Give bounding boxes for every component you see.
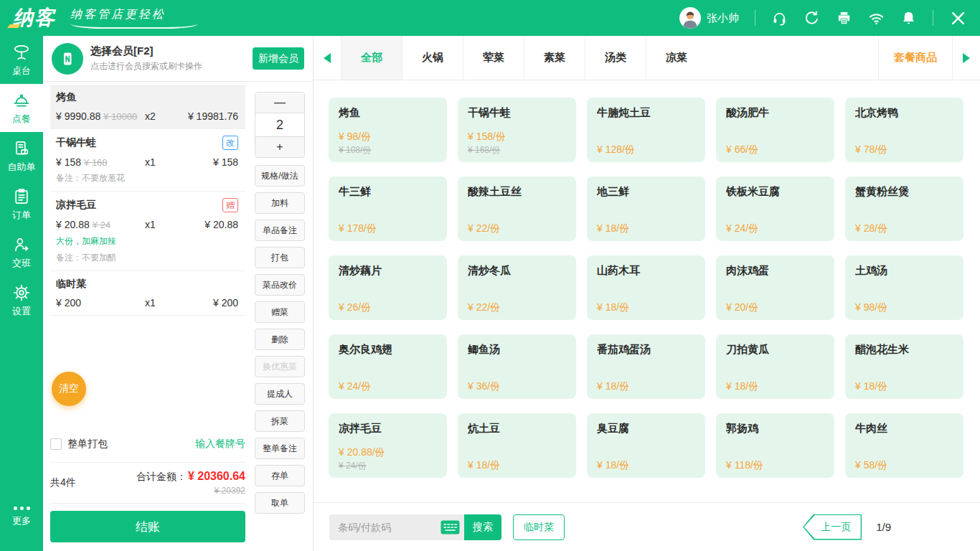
- dish-card[interactable]: 干锅牛蛙 ¥ 158/份¥ 168/份: [458, 98, 576, 162]
- dish-card[interactable]: 鲫鱼汤 ¥ 36/份: [458, 334, 576, 399]
- order-item[interactable]: 临时菜 ¥ 200 x1 ¥ 200: [50, 271, 245, 316]
- shift-person-icon: [12, 235, 31, 254]
- dish-card[interactable]: 臭豆腐 ¥ 18/份: [587, 413, 705, 478]
- tabs-scroll-right[interactable]: [953, 36, 980, 80]
- dish-card[interactable]: 肉沫鸡蛋 ¥ 20/份: [716, 255, 834, 320]
- total-original-amount: ¥ 20392: [136, 486, 245, 496]
- sidebar-item-self-order[interactable]: 自助单: [0, 132, 43, 180]
- pack-whole-order-checkbox[interactable]: [50, 438, 62, 450]
- enter-table-number-link[interactable]: 输入餐牌号: [195, 438, 245, 451]
- dish-card[interactable]: 奥尔良鸡翅 ¥ 24/份: [329, 334, 447, 399]
- order-item[interactable]: 干锅牛蛙 改 ¥ 158¥ 168 x1 ¥ 158 备注：不要放葱花: [50, 129, 245, 192]
- save-order-button[interactable]: 存单: [255, 465, 305, 486]
- tab-hotpot[interactable]: 火锅: [402, 36, 463, 80]
- top-bar: 纳客 纳客管店更轻松 张小帅: [0, 0, 980, 36]
- temp-dish-button[interactable]: 临时菜: [513, 514, 565, 540]
- whole-order-note-button[interactable]: 整单备注: [255, 438, 305, 459]
- item-actions: — 2 + 规格/做法 加料 单品备注 打包 菜品改价 赠菜 删除 换优惠菜 提…: [255, 92, 305, 514]
- gift-dish-button[interactable]: 赠菜: [255, 301, 305, 323]
- total-label: 合计金额：: [136, 471, 187, 482]
- split-dish-button[interactable]: 拆菜: [255, 410, 305, 432]
- page-indicator: 1/9: [876, 521, 891, 533]
- dish-card[interactable]: 酸汤肥牛 ¥ 66/份: [716, 98, 834, 162]
- slogan: 纳客管店更轻松: [70, 7, 198, 29]
- sidebar-item-settings[interactable]: 设置: [0, 276, 43, 324]
- search-button[interactable]: 搜索: [464, 514, 501, 540]
- category-tabbar: 全部 火锅 荤菜 素菜 汤类 凉菜 套餐商品: [314, 36, 980, 80]
- qty-minus-button[interactable]: —: [255, 93, 304, 113]
- member-card-icon: [52, 43, 83, 75]
- spec-method-button[interactable]: 规格/做法: [255, 165, 305, 187]
- tab-soup[interactable]: 汤类: [585, 36, 646, 80]
- dish-card[interactable]: 清炒冬瓜 ¥ 22/份: [458, 255, 576, 320]
- barcode-search: 搜索: [329, 514, 501, 540]
- dish-card[interactable]: 地三鲜 ¥ 18/份: [587, 176, 705, 241]
- order-item-spec: 大份，加麻加辣: [56, 235, 238, 248]
- dish-card[interactable]: 烤鱼 ¥ 98/份¥ 108/份: [329, 98, 447, 162]
- order-item[interactable]: 烤鱼 ¥ 9990.88¥ 10000 x2 ¥ 19981.76: [50, 85, 245, 129]
- change-price-button[interactable]: 菜品改价: [255, 274, 305, 296]
- dish-card[interactable]: 酸辣土豆丝 ¥ 22/份: [458, 176, 576, 241]
- prev-page-button[interactable]: 上一页: [803, 514, 862, 540]
- tab-combo[interactable]: 套餐商品: [878, 36, 953, 80]
- dish-card[interactable]: 刀拍黄瓜 ¥ 18/份: [716, 334, 834, 399]
- sidebar-item-shift[interactable]: 交班: [0, 228, 43, 276]
- tab-all[interactable]: 全部: [341, 36, 402, 80]
- total-amount: ¥ 20360.64: [188, 470, 245, 482]
- printer-icon[interactable]: [836, 10, 852, 27]
- order-list: 烤鱼 ¥ 9990.88¥ 10000 x2 ¥ 19981.76 干锅牛蛙 改…: [50, 85, 245, 316]
- order-item-note: 备注：不要放葱花: [56, 172, 238, 184]
- wifi-icon[interactable]: [868, 10, 885, 27]
- add-member-button[interactable]: 新增会员: [253, 47, 304, 70]
- delete-button[interactable]: 删除: [255, 329, 305, 350]
- sidebar-item-more[interactable]: 更多: [0, 493, 43, 541]
- checkout-button[interactable]: 结账: [50, 511, 245, 542]
- bell-icon[interactable]: [900, 10, 917, 27]
- user-account[interactable]: 张小帅: [679, 7, 739, 29]
- dish-card[interactable]: 铁板米豆腐 ¥ 24/份: [716, 176, 834, 241]
- dish-card[interactable]: 牛三鲜 ¥ 178/份: [329, 176, 447, 241]
- pack-button[interactable]: 打包: [255, 247, 305, 268]
- dish-card[interactable]: 蟹黄粉丝煲 ¥ 28/份: [845, 176, 963, 241]
- sidebar-item-ordering[interactable]: 点餐: [0, 84, 43, 132]
- dish-card[interactable]: 清炒藕片 ¥ 26/份: [329, 255, 447, 320]
- member-title: 选择会员[F2]: [90, 44, 253, 58]
- sync-icon[interactable]: [804, 10, 820, 27]
- qty-plus-button[interactable]: +: [255, 137, 304, 157]
- bottom-bar: 搜索 临时菜 上一页 1/9 下一页: [314, 502, 980, 551]
- dish-card[interactable]: 炕土豆 ¥ 18/份: [458, 413, 576, 478]
- dish-card[interactable]: 牛肉丝 ¥ 58/份: [845, 413, 963, 478]
- sidebar-item-tables[interactable]: 桌台: [0, 36, 43, 84]
- retrieve-order-button[interactable]: 取单: [255, 492, 305, 514]
- item-note-button[interactable]: 单品备注: [255, 220, 305, 241]
- member-select[interactable]: 选择会员[F2] 点击进行会员搜索或刷卡操作 新增会员: [43, 36, 313, 82]
- order-item[interactable]: 凉拌毛豆 赠 ¥ 20.88¥ 24 x1 ¥ 20.88 大份，加麻加辣 备注…: [50, 192, 245, 271]
- clear-order-button[interactable]: 清空: [52, 372, 86, 406]
- gift-badge[interactable]: 赠: [222, 198, 238, 212]
- sidebar: 桌台 点餐 自助单 订单 交班: [0, 36, 43, 551]
- support-icon[interactable]: [771, 10, 788, 27]
- quantity-stepper: — 2 +: [255, 92, 305, 158]
- more-dots-icon: [14, 507, 30, 510]
- tab-meat[interactable]: 荤菜: [463, 36, 524, 80]
- dish-card[interactable]: 牛腩炖土豆 ¥ 128/份: [587, 98, 705, 162]
- close-icon[interactable]: [949, 9, 967, 27]
- modified-badge[interactable]: 改: [222, 136, 238, 150]
- left-arrow-icon: [324, 53, 331, 63]
- dish-card[interactable]: 番茄鸡蛋汤 ¥ 18/份: [587, 334, 705, 399]
- table-icon: [12, 43, 31, 62]
- dish-card[interactable]: 凉拌毛豆 ¥ 20.88/份¥ 24/份: [329, 413, 447, 478]
- tabs-scroll-left[interactable]: [314, 36, 341, 80]
- tab-cold[interactable]: 凉菜: [646, 36, 707, 80]
- commission-person-button[interactable]: 提成人: [255, 383, 305, 405]
- keyboard-icon[interactable]: [440, 520, 460, 534]
- qty-value: 2: [255, 113, 304, 137]
- add-ingredient-button[interactable]: 加料: [255, 192, 305, 214]
- sidebar-item-orders[interactable]: 订单: [0, 180, 43, 228]
- dish-card[interactable]: 北京烤鸭 ¥ 78/份: [845, 98, 963, 162]
- dish-card[interactable]: 山药木耳 ¥ 18/份: [587, 255, 705, 320]
- tab-vegetable[interactable]: 素菜: [524, 36, 585, 80]
- dish-card[interactable]: 郭扬鸡 ¥ 118/份: [716, 413, 834, 478]
- dish-card[interactable]: 醋泡花生米 ¥ 18/份: [845, 334, 963, 399]
- dish-card[interactable]: 土鸡汤 ¥ 98/份: [845, 255, 963, 320]
